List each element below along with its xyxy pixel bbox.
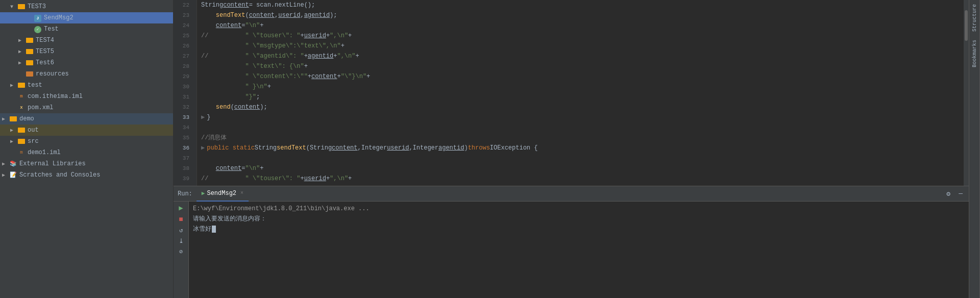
svg-rect-8 <box>26 71 33 77</box>
line-num-25: 25 <box>174 31 192 41</box>
tree-label-sendmsg2: SendMsg2 <box>44 14 74 21</box>
console-tab-bar: Run: ▶ SendMsg2 × ⚙ — <box>174 186 969 202</box>
code-line-38: content = "\n" + <box>201 163 960 173</box>
test-class-icon: ✓ <box>34 25 42 33</box>
line-num-37: 37 <box>174 153 192 163</box>
tree-item-test4[interactable]: ▶ TEST4 <box>0 35 173 46</box>
fold-icon-36[interactable]: ▶ <box>201 143 205 153</box>
rerun-icon[interactable]: ↺ <box>179 227 183 234</box>
console-output: E:\wyf\Environment\jdk1.8.0_211\bin\java… <box>189 202 969 298</box>
xml-icon: x <box>17 104 26 112</box>
console-path-line: E:\wyf\Environment\jdk1.8.0_211\bin\java… <box>193 204 965 214</box>
iml-icon2: m <box>17 148 26 157</box>
side-tool-tabs: Structure Bookmarks <box>969 0 980 298</box>
tree-label-demo1-iml: demo1.iml <box>28 149 61 156</box>
tree-label-resources: resources <box>36 70 69 78</box>
stop-icon[interactable]: ■ <box>179 215 183 224</box>
tree-label-test-dir: test <box>28 82 42 89</box>
folder-icon <box>9 115 17 123</box>
line-num-38: 38 <box>174 163 192 173</box>
tree-label-test3: TEST3 <box>28 3 46 10</box>
tree-item-scratches[interactable]: ▶ 📝 Scratches and Consoles <box>0 169 173 181</box>
tab-close-button[interactable]: × <box>240 190 243 196</box>
folder-icon <box>26 59 34 67</box>
editor-scrollbar[interactable] <box>964 0 969 186</box>
src-folder-icon <box>17 137 26 145</box>
line-num-27: 27 <box>174 51 192 61</box>
code-content: 22 23 24 25 26 27 28 29 30 31 32 33 34 3… <box>174 0 969 186</box>
tree-item-com-itheima[interactable]: ▶ m com.itheima.iml <box>0 91 173 102</box>
code-line-27: // " \"agentid\": " + agentid + ",\n" + <box>201 51 960 61</box>
console-toolbar: ▶ ■ ↺ ⤓ ⊘ <box>174 202 189 298</box>
code-line-33: ▶ } <box>201 112 960 122</box>
scroll-end-icon[interactable]: ⤓ <box>179 237 184 245</box>
folder-arrow: ▶ <box>18 48 26 55</box>
fold-icon-33[interactable]: ▶ <box>201 112 205 122</box>
tree-item-resources[interactable]: ▶ resources <box>0 68 173 80</box>
svg-rect-12 <box>18 139 25 144</box>
line-num-30: 30 <box>174 82 192 92</box>
line-numbers: 22 23 24 25 26 27 28 29 30 31 32 33 34 3… <box>174 0 197 186</box>
tree-item-test6[interactable]: ▶ Test6 <box>0 57 173 68</box>
folder-arrow: ▶ <box>2 172 9 178</box>
tree-label-test6: Test6 <box>36 59 54 66</box>
tab-sendmsg2[interactable]: ▶ SendMsg2 × <box>197 186 249 202</box>
code-line-40: " \"msgtype\":\"text\",\n" + <box>201 184 960 186</box>
folder-arrow: ▶ <box>18 60 26 66</box>
line-num-26: 26 <box>174 41 192 51</box>
main-area: ▼ TEST3 ▶ J SendMsg2 <box>0 0 980 298</box>
folder-icon <box>17 81 26 89</box>
settings-button[interactable]: ⚙ <box>944 189 952 199</box>
code-line-31: "}" ; <box>201 92 960 102</box>
line-num-33: 33 <box>174 112 192 122</box>
folder-arrow: ▶ <box>10 127 17 133</box>
folder-icon <box>17 3 26 11</box>
code-line-34 <box>201 122 960 133</box>
code-editor[interactable]: String content = scan.nextLine(); sendTe… <box>197 0 964 186</box>
no-arrow: ▶ <box>10 150 17 156</box>
scrollbar-thumb[interactable] <box>965 10 968 41</box>
tree-item-test-class[interactable]: ▶ ✓ Test <box>0 23 173 35</box>
tree-item-test-dir[interactable]: ▶ test <box>0 80 173 91</box>
tree-item-pom[interactable]: ▶ x pom.xml <box>0 102 173 113</box>
code-line-30: " }\n" + <box>201 82 960 92</box>
tree-item-src[interactable]: ▶ src <box>0 136 173 147</box>
code-line-35: //消息体 <box>201 133 960 143</box>
tree-item-demo[interactable]: ▶ demo <box>0 113 173 125</box>
clear-icon[interactable]: ⊘ <box>179 248 183 256</box>
tree-item-test5[interactable]: ▶ TEST5 <box>0 46 173 57</box>
code-line-32: send ( content ); <box>201 102 960 112</box>
console-body: ▶ ■ ↺ ⤓ ⊘ E:\wyf\Environment\jdk1.8.0_21… <box>174 202 969 298</box>
tree-item-sendmsg2[interactable]: ▶ J SendMsg2 <box>0 12 173 23</box>
folder-icon <box>26 36 34 44</box>
console-input-line[interactable]: 冰雪好 <box>193 224 965 234</box>
out-folder-icon <box>17 126 26 134</box>
run-again-icon[interactable]: ▶ <box>179 204 183 212</box>
tree-item-out[interactable]: ▶ out <box>0 125 173 136</box>
line-num-23: 23 <box>174 10 192 20</box>
resources-icon <box>26 70 34 78</box>
external-libs-icon: 📚 <box>9 160 17 168</box>
tree-item-demo1-iml[interactable]: ▶ m demo1.iml <box>0 147 173 158</box>
folder-arrow: ▶ <box>2 116 9 122</box>
code-line-36: ▶ public static String sendText ( String… <box>201 143 960 153</box>
code-line-37 <box>201 153 960 163</box>
structure-tab[interactable]: Structure <box>970 0 979 36</box>
tree-item-test3[interactable]: ▼ TEST3 <box>0 1 173 12</box>
no-arrow: ▶ <box>27 26 34 32</box>
folder-arrow: ▶ <box>18 37 26 43</box>
line-num-34: 34 <box>174 122 192 133</box>
minimize-button[interactable]: — <box>957 189 965 198</box>
svg-rect-10 <box>10 116 17 121</box>
folder-icon <box>26 47 34 56</box>
tree-item-external-libs[interactable]: ▶ 📚 External Libraries <box>0 158 173 169</box>
svg-rect-11 <box>18 128 25 133</box>
bookmarks-tab[interactable]: Bookmarks <box>970 36 979 71</box>
no-arrow: ▶ <box>27 15 34 21</box>
tree-label-src: src <box>28 138 39 145</box>
line-num-32: 32 <box>174 102 192 112</box>
tab-sendmsg2-label: SendMsg2 <box>207 190 236 197</box>
editor-area: 22 23 24 25 26 27 28 29 30 31 32 33 34 3… <box>174 0 969 298</box>
svg-rect-9 <box>18 83 25 88</box>
line-num-24: 24 <box>174 20 192 31</box>
